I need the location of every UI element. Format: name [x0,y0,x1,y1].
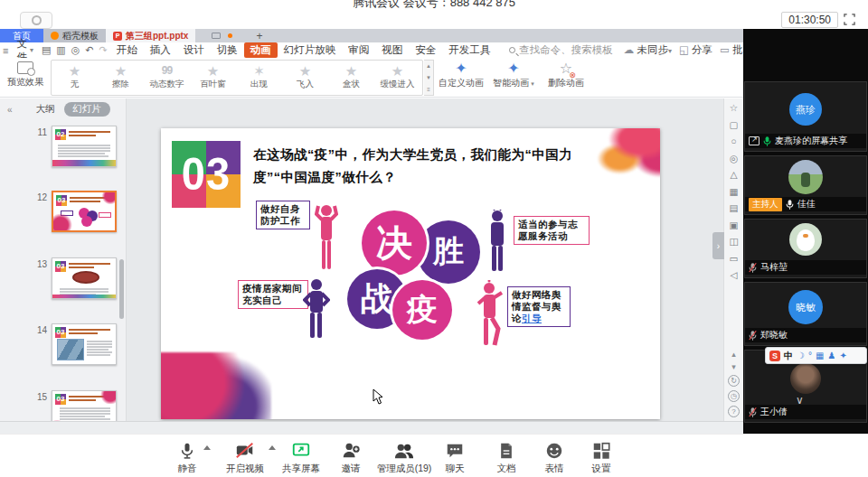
effect-blinds[interactable]: ★百叶窗 [190,61,236,95]
print-icon[interactable]: ▥ [53,44,68,56]
section-badge: 03 [55,261,66,272]
triangle-tool-icon[interactable]: △ [730,169,737,180]
section-badge: 03 [55,394,66,405]
slide-number: 12 [31,192,47,202]
effect-fly-in[interactable]: ★飞入 [282,61,328,95]
menu-view[interactable]: 视图 [375,42,409,58]
thumbnail-scrollbar[interactable] [119,259,124,319]
effect-dynamic-number[interactable]: 99动态数字 [144,61,190,95]
speaker-icon[interactable]: ◁ [730,269,737,280]
refresh-icon[interactable]: ↻ [728,375,740,387]
moon-icon[interactable]: ☽ [797,351,805,360]
recording-dot-icon [228,33,232,38]
share-button[interactable]: ◱ 分享 [679,43,712,57]
animation-pane-icon[interactable]: ☆ [730,102,738,113]
figure-arms-akimbo-purple [303,278,330,338]
gallery-scroll-buttons[interactable]: ▲▼≡ [424,60,434,96]
sogou-logo-icon[interactable]: S [769,351,780,361]
participant-tile-mazikun[interactable]: 马梓堃 [744,219,867,278]
thumbnail-row: 11 02 [0,126,127,183]
redo-icon[interactable]: ↷ [97,44,110,56]
chart-icon[interactable]: ▤ [730,202,739,213]
oval-tool-icon[interactable]: ○ [731,136,736,146]
undo-icon[interactable]: ↶ [82,44,96,56]
meeting-title: 腾讯会议 会议号：888 442 875 [0,0,868,11]
meeting-toolbar: 静音 开启视频 共享屏幕 邀请 管理成员(19) 聊天 1 文档 [0,434,868,477]
punctuation-icon[interactable]: ° [808,351,812,360]
cloud-icon: ☁ [624,44,635,55]
hamburger-icon[interactable]: ≡ [0,45,11,56]
menu-insert[interactable]: 插入 [144,42,177,58]
effect-none[interactable]: ★无 [52,61,98,95]
display-mode-icon[interactable] [212,33,221,39]
menu-devtools[interactable]: 开发工具 [442,42,496,58]
chevron-down-icon[interactable]: ∨ [796,394,804,407]
medal-icon[interactable]: ◎ [730,153,738,164]
floating-shield-widget[interactable] [20,12,52,29]
tab-slides-active[interactable]: 幻灯片 [64,102,111,117]
remove-animation-button[interactable]: ☆⊗删除动画 [541,61,591,89]
section-badge: 03 [56,195,67,206]
number-99-icon: 99 [144,63,190,79]
participant-tile-yanzhen[interactable]: 燕珍 麦燕珍的屏幕共享 [744,81,867,152]
menu-security[interactable]: 安全 [409,42,442,58]
tab-document[interactable]: P第三组ppt.pptx [106,29,195,42]
menu-slideshow[interactable]: 幻灯片放映 [278,42,343,58]
menu-start[interactable]: 开始 [110,42,144,58]
help-circle-icon[interactable]: ? [728,406,740,417]
tab-outline[interactable]: 大纲 [36,103,55,116]
photo-medical-staff [57,339,84,360]
keyboard-icon[interactable]: ▦ [816,351,824,360]
grid-icon[interactable]: ▦ [730,186,739,197]
thumbnail-slide-14[interactable]: 03 [52,323,117,365]
participant-tile-xiaomin[interactable]: 晓敏 郑晓敏 [744,282,867,346]
comment-box-icon[interactable]: ▭ [730,253,739,264]
participant-tile-jiajia[interactable]: 主持人 佳佳 [744,155,867,215]
image-icon[interactable]: ◫ [730,236,739,247]
thumbnail-slide-13[interactable]: 03 [52,257,117,299]
cloud-sync-status[interactable]: ☁ 未同步▾ [624,43,672,57]
yindao-link[interactable]: 引导 [522,313,542,323]
person-icon[interactable]: ♟ [827,351,835,360]
save-icon[interactable]: ▤ [39,44,53,56]
scroll-up-icon[interactable]: ▴ [731,350,736,359]
participant-label: 麦燕珍的屏幕共享 [745,134,866,148]
wrench-icon[interactable]: ✦ [839,351,846,360]
collapse-panel-icon[interactable]: « [7,105,13,115]
wps-content-area: « 大纲 幻灯片 11 02 12 [0,98,743,421]
menu-animation-active[interactable]: 动画 [244,42,278,58]
new-tab-button[interactable]: + [256,30,262,42]
search-input[interactable]: 查找命令、搜索模板 [509,43,613,57]
preview-effect-button[interactable]: 预览效果 [5,61,45,95]
menu-design[interactable]: 设计 [177,42,211,58]
scroll-down-icon[interactable]: ▾ [731,362,736,371]
slide-number: 11 [31,127,47,137]
slide-number: 13 [31,259,47,269]
smiley-icon [544,441,564,461]
expand-panel-handle[interactable]: › [712,232,724,259]
shapes-icon[interactable]: ▢ [730,119,739,130]
thumbnail-slide-12-selected[interactable]: 03 [52,191,117,232]
thumbnail-slide-11[interactable]: 02 [52,126,117,167]
effect-wipe[interactable]: ★擦除 [98,61,144,95]
menu-review[interactable]: 审阅 [342,42,375,58]
fullscreen-icon[interactable] [844,14,855,25]
smart-animation-button[interactable]: ✦智能动画 ▾ [488,61,539,89]
settings-sliders-icon[interactable]: ▣ [730,220,739,230]
history-icon[interactable]: ◷ [728,390,740,402]
effect-box[interactable]: ★盒状 [328,61,374,95]
settings-button[interactable]: 设置 [565,439,637,475]
print-preview-icon[interactable]: ◎ [69,44,83,56]
sogou-ime-toolbar[interactable]: S 中 ☽ ° ▦ ♟ ✦ [765,347,867,364]
meeting-window: 腾讯会议 会议号：888 442 875 01:30:50 首页 稻壳模板 P第… [0,0,868,477]
slide-title: 在这场战“疫”中，作为大学生党员，我们能为“中国力度”“中国温度”做什么？ [253,144,586,188]
effect-slow-enter[interactable]: ★缓慢进入 [374,61,420,95]
tab-docer[interactable]: 稻壳模板 [43,29,106,42]
effect-appear[interactable]: ✶出现 [236,61,282,95]
chinese-mode-icon[interactable]: 中 [784,350,793,362]
watercolor-strip [52,295,116,298]
menu-transition[interactable]: 切换 [211,42,244,58]
slide-canvas[interactable]: 03 在这场战“疫”中，作为大学生党员，我们能为“中国力度”“中国温度”做什么？… [127,98,723,421]
custom-animation-button[interactable]: ✦自定义动画 [436,61,486,89]
star-icon: ★ [52,63,98,79]
